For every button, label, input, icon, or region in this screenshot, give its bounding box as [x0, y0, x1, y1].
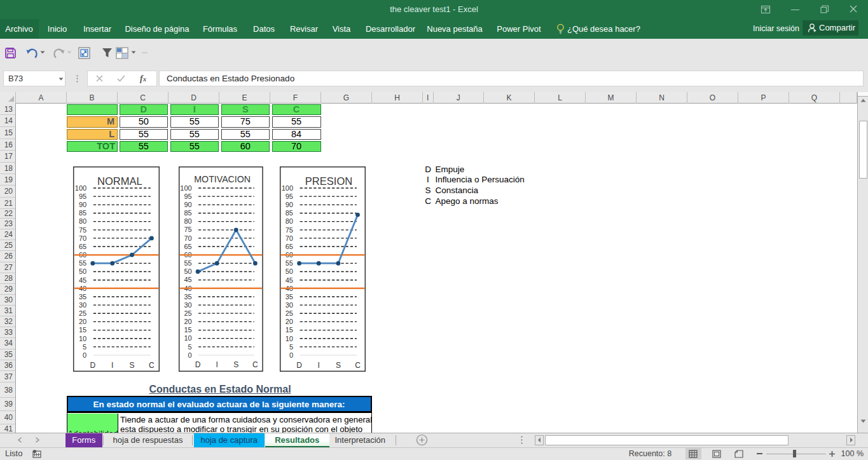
svg-text:45: 45 [285, 276, 293, 284]
svg-text:I: I [216, 360, 217, 369]
svg-text:70: 70 [184, 234, 191, 242]
svg-text:45: 45 [79, 276, 86, 284]
svg-text:95: 95 [184, 193, 191, 200]
svg-text:30: 30 [285, 301, 293, 309]
svg-text:NORMAL: NORMAL [97, 175, 142, 187]
svg-text:I: I [111, 361, 113, 370]
svg-text:90: 90 [285, 201, 293, 208]
svg-text:35: 35 [184, 293, 191, 301]
svg-text:S: S [129, 361, 134, 370]
svg-text:80: 80 [79, 217, 86, 225]
svg-text:65: 65 [285, 243, 293, 250]
svg-text:5: 5 [289, 343, 293, 351]
svg-text:20: 20 [285, 318, 293, 325]
svg-text:50: 50 [285, 267, 293, 275]
svg-text:15: 15 [184, 326, 191, 334]
svg-text:I: I [317, 361, 319, 370]
svg-text:5: 5 [188, 343, 191, 351]
svg-text:10: 10 [285, 335, 293, 342]
svg-text:55: 55 [285, 259, 293, 267]
svg-text:20: 20 [184, 318, 191, 325]
svg-text:25: 25 [184, 309, 191, 317]
svg-text:95: 95 [285, 193, 293, 200]
svg-text:80: 80 [285, 217, 293, 225]
svg-text:45: 45 [184, 276, 191, 283]
svg-text:35: 35 [285, 293, 293, 301]
svg-text:50: 50 [79, 267, 86, 275]
svg-text:25: 25 [79, 309, 86, 317]
svg-text:100: 100 [180, 184, 191, 192]
svg-text:75: 75 [79, 226, 86, 234]
svg-text:70: 70 [285, 234, 293, 242]
svg-text:10: 10 [184, 334, 191, 342]
svg-text:30: 30 [79, 301, 86, 309]
svg-text:15: 15 [79, 326, 86, 334]
svg-text:55: 55 [184, 259, 191, 267]
svg-text:50: 50 [184, 267, 191, 275]
svg-text:C: C [252, 360, 258, 369]
svg-text:S: S [335, 361, 340, 370]
svg-text:95: 95 [79, 193, 86, 200]
svg-text:90: 90 [79, 201, 86, 208]
svg-text:30: 30 [184, 301, 191, 309]
svg-text:0: 0 [289, 351, 293, 359]
svg-text:80: 80 [184, 217, 191, 225]
svg-text:85: 85 [184, 209, 191, 217]
svg-text:MOTIVACION: MOTIVACION [194, 175, 251, 185]
svg-text:35: 35 [79, 293, 86, 301]
svg-text:65: 65 [79, 243, 86, 250]
svg-text:75: 75 [285, 226, 293, 234]
svg-text:90: 90 [184, 201, 191, 208]
svg-text:S: S [233, 360, 238, 369]
svg-text:75: 75 [184, 226, 191, 234]
svg-text:85: 85 [79, 209, 86, 217]
svg-text:0: 0 [83, 351, 86, 359]
svg-text:15: 15 [285, 326, 293, 334]
svg-text:C: C [149, 361, 155, 370]
svg-text:85: 85 [285, 209, 293, 217]
svg-text:10: 10 [79, 335, 86, 342]
svg-text:D: D [195, 360, 201, 369]
svg-text:70: 70 [79, 234, 86, 242]
svg-text:20: 20 [79, 318, 86, 325]
svg-text:65: 65 [184, 243, 191, 250]
svg-text:D: D [296, 361, 302, 370]
svg-text:25: 25 [285, 309, 293, 317]
svg-text:55: 55 [79, 259, 86, 267]
svg-text:D: D [90, 361, 95, 370]
svg-text:100: 100 [74, 184, 86, 192]
svg-text:0: 0 [188, 351, 191, 359]
svg-text:C: C [355, 361, 361, 370]
svg-text:PRESION: PRESION [305, 175, 352, 187]
svg-text:5: 5 [83, 343, 86, 351]
svg-text:100: 100 [281, 184, 293, 192]
